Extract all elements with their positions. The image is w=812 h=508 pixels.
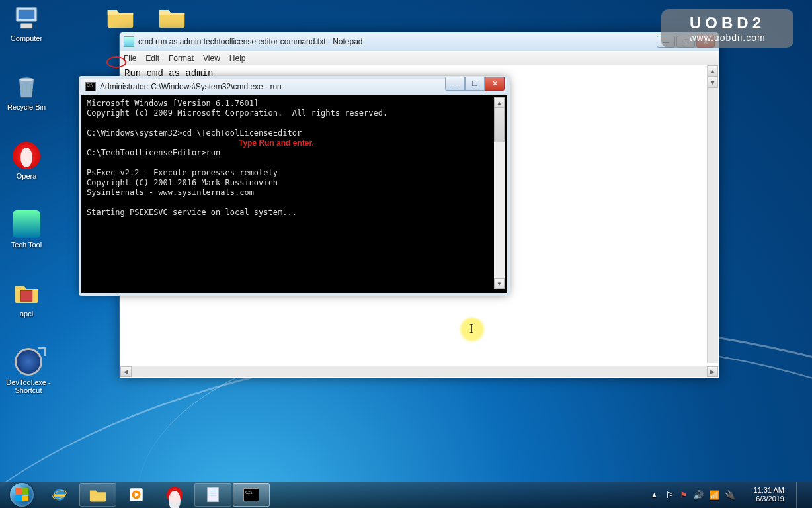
clock-date: 6/3/2019 [743,495,784,503]
volume-icon[interactable]: 🔊 [693,490,704,500]
notepad-content: Run cmd as admin [124,68,213,79]
watermark-url: www.uobdii.com [661,32,793,43]
tray-overflow[interactable]: ▲ [651,491,658,499]
desktop-folder[interactable] [152,3,192,33]
notepad-icon [205,486,221,503]
scroll-down-arrow[interactable]: ▼ [708,77,718,88]
scroll-thumb[interactable] [494,108,505,142]
maximize-button[interactable]: ☐ [465,77,485,91]
cmd-titlebar[interactable]: Administrator: C:\Windows\System32\cmd.e… [81,79,507,95]
notepad-titlebar[interactable]: cmd run as admin techtoollicense editor … [120,32,719,51]
start-orb-icon [10,483,34,507]
taskbar-cmd[interactable]: C:\ [233,483,270,507]
techtool-icon [13,210,40,238]
notepad-menu: File Edit Format View Help [120,51,719,65]
cmd-line: PsExec v2.2 - Execute processes remotely [87,168,278,177]
desktop-icon-label: apci [3,310,50,318]
notepad-icon [124,36,134,47]
cmd-icon [85,82,96,91]
show-desktop-button[interactable] [796,482,804,508]
security-icon[interactable]: ⚑ [680,490,688,500]
desktop-icon-label: Computer [3,34,50,42]
desktop-icon-label: Recycle Bin [3,103,50,111]
watermark: UOBD2 www.uobdii.com [661,9,793,48]
cmd-line: Copyright (c) 2009 Microsoft Corporation… [87,108,387,118]
cmd-line: Sysinternals - www.sysinternals.com [87,188,254,197]
media-icon [128,486,145,503]
taskbar-opera[interactable] [156,483,193,507]
notepad-hscroll[interactable]: ◀ ▶ [120,366,718,377]
scroll-up-arrow[interactable]: ▲ [494,97,505,108]
cmd-title: Administrator: C:\Windows\System32\cmd.e… [100,82,282,91]
recycle-bin-icon [13,73,40,101]
ie-icon [51,486,68,503]
svg-rect-1 [19,10,35,19]
menu-edit[interactable]: Edit [145,54,159,63]
folder-icon [158,5,186,28]
svg-rect-10 [207,487,218,502]
annotation-circle [106,56,126,68]
cursor-highlight [459,316,485,343]
taskbar-notepad[interactable] [194,483,231,507]
scroll-track[interactable] [494,142,505,278]
desktop-icon-recycle-bin[interactable]: Recycle Bin [3,73,50,111]
opera-icon [13,142,40,169]
cmd-icon: C:\ [243,488,259,501]
cmd-line: Copyright (C) 2001-2016 Mark Russinovich [87,178,278,187]
action-center-icon[interactable]: 🏳 [666,490,674,500]
cmd-line: C:\TechToolLicenseEditor>run [87,148,220,157]
desktop-folder[interactable] [101,3,140,33]
cmd-window[interactable]: Administrator: C:\Windows\System32\cmd.e… [81,78,508,294]
taskbar-explorer[interactable] [79,483,116,507]
taskbar-media[interactable] [118,483,155,507]
desktop-icon-label: DevTool.exe - Shortcut [3,378,54,394]
cmd-line: Microsoft Windows [Version 6.1.7601] [87,99,259,108]
power-icon[interactable]: 🔌 [725,490,735,500]
scroll-up-arrow[interactable]: ▲ [708,65,718,77]
notepad-vscroll[interactable]: ▲ ▼ [707,65,718,363]
desktop-icon-opera[interactable]: Opera [3,142,50,180]
scroll-right-arrow[interactable]: ▶ [707,366,718,377]
close-button[interactable]: ✕ [485,77,505,91]
system-tray: ▲ 🏳 ⚑ 🔊 📶 🔌 11:31 AM 6/3/2019 [651,482,808,508]
taskbar-ie[interactable] [41,483,78,507]
menu-help[interactable]: Help [229,54,246,63]
clock-time: 11:31 AM [743,486,784,495]
folder-icon [106,5,134,28]
watermark-title: UOBD2 [661,14,793,32]
desktop-icon-techtool[interactable]: Tech Tool [3,210,50,249]
volvo-icon [15,348,42,376]
start-button[interactable] [4,482,40,507]
scroll-down-arrow[interactable]: ▼ [494,278,505,289]
minimize-button[interactable]: — [445,77,465,91]
scroll-track[interactable] [132,366,707,377]
menu-view[interactable]: View [203,54,220,63]
opera-icon [167,487,183,503]
cmd-line: Starting PSEXESVC service on local syste… [87,208,297,217]
taskbar: C:\ ▲ 🏳 ⚑ 🔊 📶 🔌 11:31 AM 6/3/2019 [0,482,812,508]
svg-rect-2 [20,24,32,28]
network-icon[interactable]: 📶 [709,490,719,500]
desktop-icon-label: Opera [3,172,50,180]
scroll-left-arrow[interactable]: ◀ [120,366,132,377]
svg-point-3 [20,78,34,81]
desktop-icon-computer[interactable]: Computer [3,4,50,42]
svg-rect-4 [20,291,32,302]
folder-icon [89,487,107,502]
taskbar-clock[interactable]: 11:31 AM 6/3/2019 [743,486,784,503]
desktop-icon-devtool[interactable]: DevTool.exe - Shortcut [3,348,54,394]
menu-format[interactable]: Format [169,54,194,63]
desktop-icon-label: Tech Tool [3,241,50,249]
notepad-title: cmd run as admin techtoollicense editor … [138,37,363,46]
folder-icon [13,279,40,307]
cmd-line: C:\Windows\system32>cd \TechToolLicenseE… [87,128,302,138]
computer-icon [13,4,40,32]
cmd-body[interactable]: Microsoft Windows [Version 6.1.7601] Cop… [84,97,494,289]
cmd-vscroll[interactable]: ▲ ▼ [494,97,505,289]
desktop-icon-apci[interactable]: apci [3,279,50,318]
annotation-text: Type Run and enter. [239,138,314,148]
